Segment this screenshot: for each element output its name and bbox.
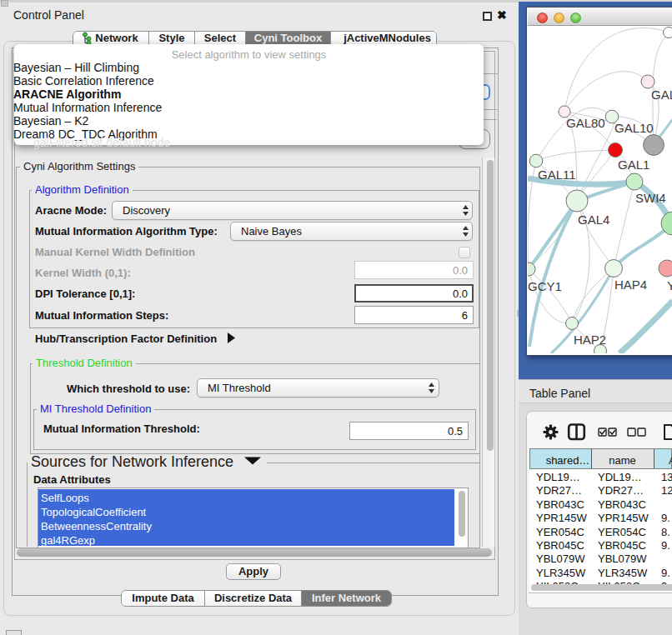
svg-text:GAL11: GAL11 xyxy=(538,168,576,182)
svg-text:SWI4: SWI4 xyxy=(635,191,666,205)
svg-text:Y: Y xyxy=(667,278,672,292)
svg-text:GAL: GAL xyxy=(651,88,672,102)
svg-text:HAP2: HAP2 xyxy=(574,332,606,347)
svg-text:GAL80: GAL80 xyxy=(566,116,605,130)
svg-text:GAL10: GAL10 xyxy=(614,121,654,135)
svg-text:HAP4: HAP4 xyxy=(614,278,647,292)
svg-text:GAL1: GAL1 xyxy=(618,158,649,172)
svg-text:GCY1: GCY1 xyxy=(528,279,562,293)
svg-text:GAL4: GAL4 xyxy=(578,212,609,227)
